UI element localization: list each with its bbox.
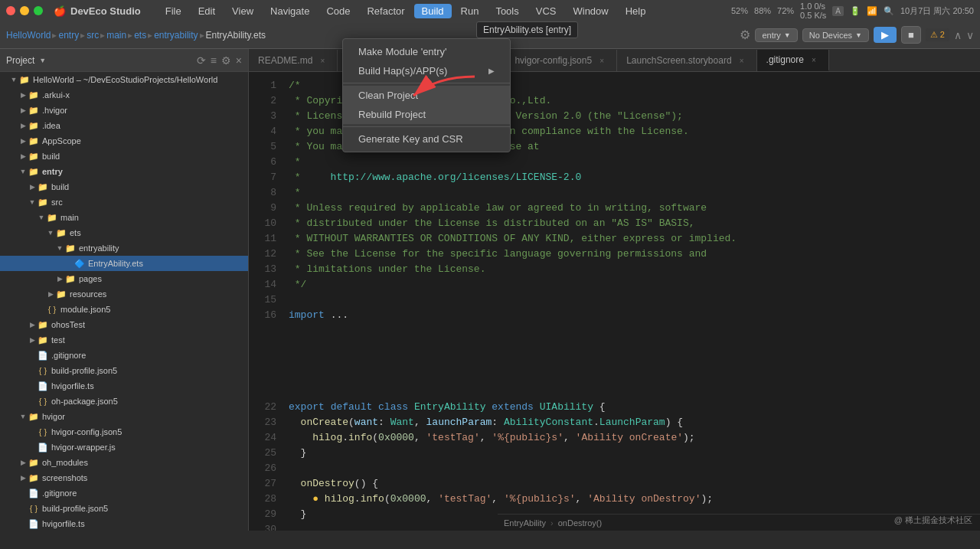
sidebar-chevron-icon[interactable]: ▼ (39, 57, 46, 64)
run-config-dropdown[interactable]: entry ▼ (755, 28, 797, 42)
json-file-icon: { } (46, 303, 58, 315)
menu-window[interactable]: Window (565, 4, 616, 18)
menu-view[interactable]: View (224, 4, 261, 18)
breadcrumb-ets[interactable]: ets (134, 30, 146, 41)
menu-code[interactable]: Code (318, 4, 358, 18)
tree-item[interactable]: ▶ 📁 oh_modules (0, 455, 248, 470)
tree-item[interactable]: ▶ 📁 .arkui-x (0, 87, 248, 103)
menu-vcs[interactable]: VCS (528, 4, 564, 18)
breadcrumb-entryability[interactable]: entryability (154, 30, 198, 41)
search-icon[interactable]: 🔍 (884, 6, 894, 16)
close-button[interactable] (6, 6, 15, 15)
device-dropdown[interactable]: No Devices ▼ (802, 28, 869, 42)
tree-item[interactable]: ▶ 📁 build (0, 179, 248, 194)
tree-item[interactable]: ▼ 📁 src (0, 194, 248, 210)
warnings-badge[interactable]: ⚠ 2 (926, 28, 949, 41)
tree-item[interactable]: ▶ 📁 screenshots (0, 470, 248, 485)
menu-separator (343, 126, 510, 127)
ets-file-icon: 🔷 (74, 257, 86, 270)
tab-gitignore[interactable]: .gitignore × (757, 50, 829, 71)
tree-item[interactable]: 📄 .gitignore (0, 485, 248, 501)
tree-item[interactable]: ▼ 📁 ets (0, 225, 248, 240)
folder-arrow-icon: ▼ (9, 76, 18, 83)
tab-close-icon[interactable]: × (596, 55, 607, 66)
collapse-icon[interactable]: ∨ (966, 29, 974, 41)
tree-item[interactable]: { } build-profile.json5 (0, 363, 248, 378)
menu-edit[interactable]: Edit (191, 4, 223, 18)
tab-close-icon[interactable]: × (317, 55, 328, 66)
sidebar-gear-icon[interactable]: ⚙ (221, 54, 231, 67)
storage-status: 72% (777, 6, 794, 15)
tab-readme[interactable]: README.md × (249, 50, 338, 71)
sidebar-header: Project ▼ ⟳ ≡ ⚙ × (0, 49, 248, 72)
breadcrumb-main[interactable]: main (106, 30, 126, 41)
menu-build[interactable]: Build (414, 4, 452, 18)
accessibility-btn[interactable]: A (832, 6, 844, 16)
tree-item[interactable]: 📄 hvigor-wrapper.js (0, 440, 248, 455)
folder-icon: 📁 (37, 181, 49, 193)
sidebar-collapse-icon[interactable]: ≡ (211, 54, 217, 67)
tree-item[interactable]: ▶ 📁 AppScope (0, 133, 248, 149)
menu-clean-project[interactable]: Clean Project (343, 86, 510, 105)
tree-item[interactable]: 📄 .gitignore (0, 348, 248, 363)
device-label: No Devices (809, 31, 852, 40)
title-bar: 🍎 DevEco Studio File Edit View Navigate … (0, 0, 980, 21)
sidebar-close-icon[interactable]: × (236, 54, 242, 67)
tab-hvigor-config[interactable]: hvigor-config.json5 × (505, 50, 617, 71)
breadcrumb-src[interactable]: src (87, 30, 99, 41)
minimize-button[interactable] (20, 6, 29, 15)
menu-generate-key[interactable]: Generate Key and CSR (343, 129, 510, 149)
watermark-text: @ 稀土掘金技术社区 (894, 515, 972, 524)
folder-icon: 📁 (46, 211, 58, 224)
tree-item[interactable]: ▶ 📁 resources (0, 286, 248, 302)
folder-arrow-icon: ▶ (18, 152, 28, 160)
tree-item[interactable]: ▶ 📁 ohosTest (0, 317, 248, 332)
folder-icon: 📁 (28, 135, 40, 147)
menu-make-module[interactable]: Make Module 'entry' (343, 42, 510, 61)
menu-file[interactable]: File (158, 4, 189, 18)
tree-item[interactable]: ▼ 📁 HelloWorld – ~/DevEcoStudioProjects/… (0, 72, 248, 87)
menu-help[interactable]: Help (618, 4, 654, 18)
tree-item-label: src (51, 198, 63, 207)
tree-item[interactable]: ▶ 📁 pages (0, 271, 248, 286)
tree-item[interactable]: ▶ 📁 test (0, 332, 248, 348)
folder-arrow-icon: ▶ (28, 321, 37, 328)
tree-item[interactable]: ▶ 📁 .hvigor (0, 103, 248, 118)
tab-close-icon[interactable]: × (737, 55, 747, 66)
stop-button[interactable]: ■ (901, 26, 921, 44)
tree-item[interactable]: 📄 hvigorfile.ts (0, 516, 248, 531)
tree-item[interactable]: ▶ 📁 .idea (0, 118, 248, 133)
tab-close-icon[interactable]: × (808, 54, 819, 65)
active-tab-label-text: EntryAbility.ets [entry] (483, 25, 571, 35)
menu-tools[interactable]: Tools (488, 4, 526, 18)
breadcrumb-helloworld[interactable]: HelloWorld (6, 30, 51, 41)
tree-item[interactable]: ▼ 📁 hvigor (0, 409, 248, 424)
tab-launchscreen[interactable]: LaunchScreen.storyboard × (617, 50, 756, 71)
expand-icon[interactable]: ∧ (954, 29, 962, 41)
menu-build-hap[interactable]: Build Hap(s)/APP(s) ▶ (343, 61, 510, 80)
tree-item-label: .gitignore (42, 489, 77, 498)
tree-item-entry[interactable]: ▼ 📁 entry (0, 164, 248, 179)
tree-item-entryability-ets[interactable]: 🔷 EntryAbility.ets (0, 256, 248, 271)
settings-icon[interactable]: ⚙ (740, 28, 750, 42)
menu-run[interactable]: Run (453, 4, 487, 18)
tree-item[interactable]: ▼ 📁 entryability (0, 240, 248, 256)
tree-item[interactable]: { } oh-package.json5 (0, 394, 248, 409)
tree-item[interactable]: ▶ 📁 build (0, 149, 248, 164)
tree-item[interactable]: ▼ 📁 main (0, 210, 248, 225)
tree-item[interactable]: { } module.json5 (0, 302, 248, 317)
folder-icon: 📁 (64, 242, 77, 254)
menu-navigate[interactable]: Navigate (263, 4, 317, 18)
run-button[interactable]: ▶ (874, 27, 897, 43)
tree-item[interactable]: { } hvigor-config.json5 (0, 424, 248, 440)
status-separator: › (550, 518, 554, 528)
menu-rebuild-project[interactable]: Rebuild Project (343, 105, 510, 124)
tree-item-label: .gitignore (51, 351, 86, 360)
menu-refactor[interactable]: Refactor (359, 4, 412, 18)
maximize-button[interactable] (34, 6, 43, 15)
sidebar-sync-icon[interactable]: ⟳ (197, 54, 206, 67)
run-config-label: entry (762, 31, 780, 40)
tree-item[interactable]: 📄 hvigorfile.ts (0, 378, 248, 394)
tree-item[interactable]: { } build-profile.json5 (0, 501, 248, 516)
breadcrumb-entry[interactable]: entry (58, 30, 79, 41)
